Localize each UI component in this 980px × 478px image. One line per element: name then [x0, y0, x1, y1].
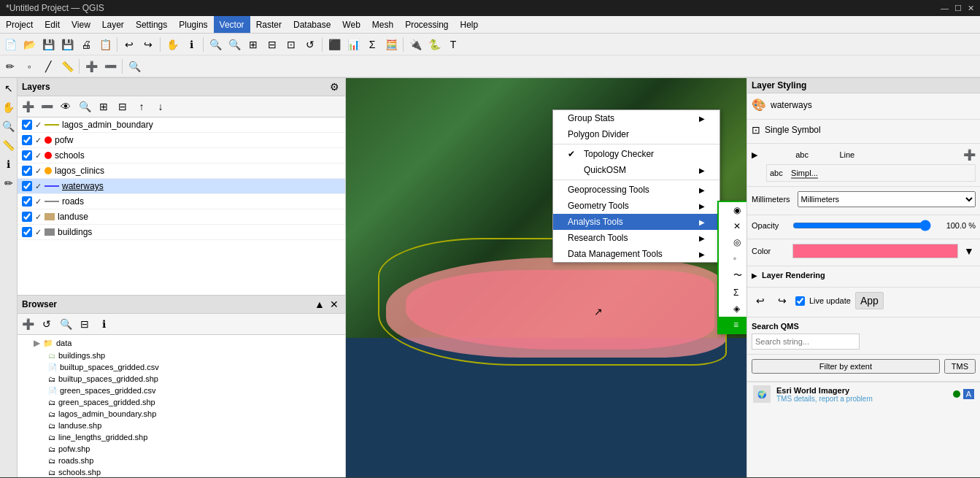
- browser-filter-btn[interactable]: 🔍: [57, 315, 74, 333]
- menu-mesh[interactable]: Mesh: [366, 16, 399, 33]
- measure-tool[interactable]: 📏: [0, 136, 18, 154]
- opacity-slider[interactable]: [792, 220, 931, 231]
- layer-checkbox-landuse[interactable]: [22, 212, 32, 222]
- layer-checkbox-admin[interactable]: [22, 120, 32, 130]
- color-arrow-btn[interactable]: ▼: [962, 244, 976, 258]
- browser-item-lagos-admin[interactable]: 🗂 lagos_admin_boundary.shp: [19, 408, 344, 420]
- text-btn[interactable]: T: [444, 36, 462, 53]
- layer-checkbox-pofw[interactable]: [22, 135, 32, 145]
- menu-analysis[interactable]: Analysis Tools ▶: [553, 214, 719, 230]
- digitize-btn[interactable]: ✏: [1, 58, 19, 75]
- layer-roads[interactable]: ✓ roads: [18, 194, 345, 209]
- menu-line-intersections[interactable]: ✕ Line Intersections...: [719, 218, 746, 234]
- menu-raster[interactable]: Raster: [250, 16, 288, 33]
- line-btn[interactable]: ╱: [39, 58, 57, 75]
- collapse-btn[interactable]: ⊟: [114, 98, 131, 115]
- save-as-btn[interactable]: 💾: [58, 36, 76, 53]
- color-swatch[interactable]: [792, 244, 958, 258]
- search-btn[interactable]: 🔍: [126, 58, 143, 75]
- menu-processing[interactable]: Processing: [399, 16, 454, 33]
- layer-landuse[interactable]: ✓ landuse: [18, 209, 345, 225]
- map-area[interactable]: Group Stats ▶ Polygon Divider ✔ Topology…: [346, 78, 746, 477]
- menu-group-stats[interactable]: Group Stats ▶: [553, 110, 719, 126]
- menu-plugins[interactable]: Plugins: [173, 16, 213, 33]
- stats-btn[interactable]: Σ: [363, 36, 381, 53]
- unit-select[interactable]: Millimeters: [798, 191, 976, 207]
- menu-quickosm[interactable]: QuickOSM ▶: [553, 162, 719, 178]
- move-up-btn[interactable]: ↑: [133, 98, 150, 115]
- menu-web[interactable]: Web: [336, 16, 366, 33]
- browser-add-btn[interactable]: ➕: [19, 315, 36, 333]
- zoom-layer-btn[interactable]: ⊟: [263, 36, 281, 53]
- node-btn[interactable]: ◦: [20, 58, 38, 75]
- menu-database[interactable]: Database: [288, 16, 336, 33]
- zoom-out-btn[interactable]: 🔍: [225, 36, 243, 53]
- undo-styling-btn[interactable]: ↩: [752, 292, 769, 309]
- browser-item-builtup-shp[interactable]: 🗂 builtup_spaces_gridded.shp: [19, 373, 344, 385]
- select-tool[interactable]: ↖: [0, 80, 18, 97]
- identify-btn[interactable]: ℹ: [182, 36, 200, 53]
- browser-item-buildings[interactable]: 🗂 buildings.shp: [19, 350, 344, 361]
- pan-btn[interactable]: ✋: [163, 36, 181, 53]
- menu-help[interactable]: Help: [455, 16, 485, 33]
- new-project-btn[interactable]: 📄: [1, 36, 19, 53]
- menu-topology-checker[interactable]: ✔ Topology Checker: [553, 146, 719, 162]
- remove-layer-btn[interactable]: ➖: [101, 58, 119, 75]
- browser-item-pofw[interactable]: 🗂 pofw.shp: [19, 443, 344, 455]
- browser-item-green-shp[interactable]: 🗂 green_spaces_gridded.shp: [19, 396, 344, 408]
- zoom-full-btn[interactable]: ⊞: [244, 36, 262, 53]
- identify-tool[interactable]: ℹ: [0, 155, 18, 173]
- select-feature-btn[interactable]: ⬛: [325, 36, 343, 53]
- undo-btn[interactable]: ↩: [120, 36, 138, 53]
- minimize-btn[interactable]: —: [941, 4, 949, 13]
- save-btn[interactable]: 💾: [39, 36, 57, 53]
- layer-pofw[interactable]: ✓ pofw: [18, 133, 345, 148]
- add-layer-layers-btn[interactable]: ➕: [19, 98, 36, 115]
- menu-distance-matrix[interactable]: ◈ Distance Matrix...: [719, 301, 746, 317]
- search-qms-input[interactable]: [752, 334, 860, 350]
- plugin-btn[interactable]: 🔌: [406, 36, 424, 53]
- pan-tool[interactable]: ✋: [0, 99, 18, 116]
- browser-collapse-all-btn[interactable]: ⊟: [76, 315, 93, 333]
- print-btn[interactable]: 🖨: [77, 36, 95, 53]
- menu-basic-statistics[interactable]: Σ Basic Statistics for Fields...: [719, 285, 746, 301]
- menu-settings[interactable]: Settings: [130, 16, 173, 33]
- layer-checkbox-buildings[interactable]: [22, 227, 32, 237]
- redo-btn[interactable]: ↪: [139, 36, 157, 53]
- remove-layer-layers-btn[interactable]: ➖: [38, 98, 55, 115]
- browser-item-line-lengths[interactable]: 🗂 line_lengths_gridded.shp: [19, 431, 344, 443]
- visibility-btn[interactable]: 👁: [57, 98, 74, 115]
- python-btn[interactable]: 🐍: [425, 36, 443, 53]
- open-btn[interactable]: 📂: [20, 36, 38, 53]
- add-line-btn[interactable]: ➕: [962, 148, 976, 161]
- menu-project[interactable]: Project: [0, 16, 39, 33]
- menu-edit[interactable]: Edit: [39, 16, 66, 33]
- browser-item-builtup-csv[interactable]: 📄 builtup_spaces_gridded.csv: [19, 361, 344, 373]
- menu-sum-line-lengths[interactable]: 〜 Sum Line Lengths...: [719, 266, 746, 285]
- browser-close-btn[interactable]: ✕: [328, 298, 341, 311]
- refresh-btn[interactable]: ↺: [301, 36, 319, 53]
- layer-checkbox-roads[interactable]: [22, 196, 32, 207]
- layer-lagos-admin[interactable]: ✓ lagos_admin_boundary: [18, 117, 345, 133]
- layers-settings-btn[interactable]: ⚙: [328, 80, 341, 93]
- expand-btn[interactable]: ⊞: [95, 98, 112, 115]
- zoom-tool[interactable]: 🔍: [0, 117, 18, 135]
- menu-mean-coords[interactable]: ◎ Mean Coordinate(s)...: [719, 234, 746, 250]
- apply-btn[interactable]: App: [855, 292, 884, 309]
- menu-data-management[interactable]: Data Management Tools ▶: [553, 246, 719, 262]
- print-layout-btn[interactable]: 📋: [96, 36, 114, 53]
- menu-research[interactable]: Research Tools ▶: [553, 230, 719, 246]
- browser-properties-btn[interactable]: ℹ: [95, 315, 112, 333]
- menu-geoprocessing[interactable]: Geoprocessing Tools ▶: [553, 182, 719, 198]
- move-down-btn[interactable]: ↓: [152, 98, 169, 115]
- layer-buildings[interactable]: ✓ buildings: [18, 225, 345, 240]
- browser-item-landuse[interactable]: 🗂 landuse.shp: [19, 420, 344, 431]
- layer-clinics[interactable]: ✓ lagos_clinics: [18, 163, 345, 179]
- titlebar-controls[interactable]: — ☐ ✕: [941, 4, 974, 13]
- maximize-btn[interactable]: ☐: [954, 4, 962, 13]
- menu-list-unique[interactable]: ≡ List Unique Values...: [719, 317, 746, 333]
- zoom-in-btn[interactable]: 🔍: [207, 36, 224, 53]
- measure-btn[interactable]: 📏: [58, 58, 76, 75]
- browser-data-folder[interactable]: ▶ 📁 data: [19, 336, 344, 350]
- menu-layer[interactable]: Layer: [96, 16, 130, 33]
